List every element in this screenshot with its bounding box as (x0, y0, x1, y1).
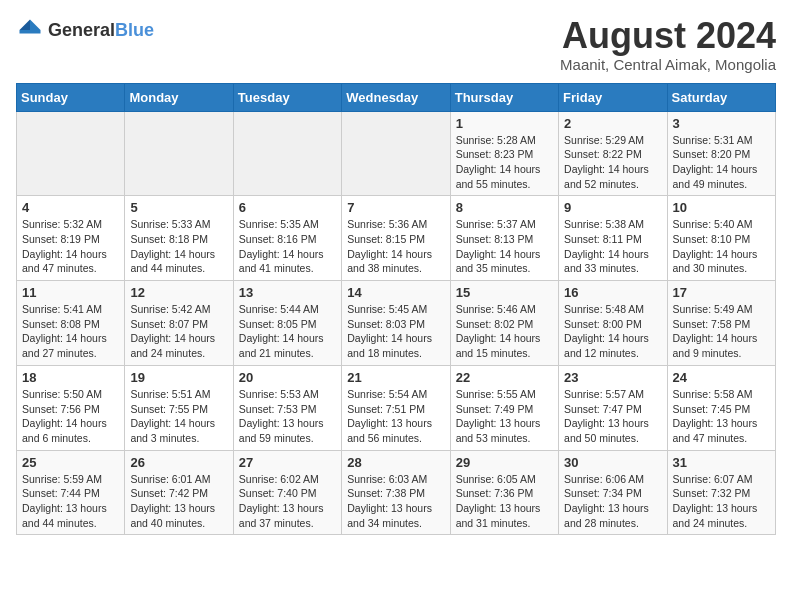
calendar-cell: 18Sunrise: 5:50 AM Sunset: 7:56 PM Dayli… (17, 365, 125, 450)
calendar-cell: 16Sunrise: 5:48 AM Sunset: 8:00 PM Dayli… (559, 281, 667, 366)
header-friday: Friday (559, 83, 667, 111)
calendar-cell (342, 111, 450, 196)
header-saturday: Saturday (667, 83, 775, 111)
day-number: 4 (22, 200, 119, 215)
svg-rect-2 (20, 30, 41, 34)
day-info: Sunrise: 6:01 AM Sunset: 7:42 PM Dayligh… (130, 472, 227, 531)
calendar-cell: 5Sunrise: 5:33 AM Sunset: 8:18 PM Daylig… (125, 196, 233, 281)
calendar-cell: 9Sunrise: 5:38 AM Sunset: 8:11 PM Daylig… (559, 196, 667, 281)
calendar-cell: 8Sunrise: 5:37 AM Sunset: 8:13 PM Daylig… (450, 196, 558, 281)
svg-marker-0 (30, 20, 41, 31)
day-info: Sunrise: 5:57 AM Sunset: 7:47 PM Dayligh… (564, 387, 661, 446)
calendar-cell: 6Sunrise: 5:35 AM Sunset: 8:16 PM Daylig… (233, 196, 341, 281)
calendar-cell: 7Sunrise: 5:36 AM Sunset: 8:15 PM Daylig… (342, 196, 450, 281)
day-number: 29 (456, 455, 553, 470)
calendar-header-row: Sunday Monday Tuesday Wednesday Thursday… (17, 83, 776, 111)
day-info: Sunrise: 6:02 AM Sunset: 7:40 PM Dayligh… (239, 472, 336, 531)
day-number: 2 (564, 116, 661, 131)
calendar-cell: 25Sunrise: 5:59 AM Sunset: 7:44 PM Dayli… (17, 450, 125, 535)
day-number: 3 (673, 116, 770, 131)
calendar-cell: 19Sunrise: 5:51 AM Sunset: 7:55 PM Dayli… (125, 365, 233, 450)
day-info: Sunrise: 5:44 AM Sunset: 8:05 PM Dayligh… (239, 302, 336, 361)
calendar: Sunday Monday Tuesday Wednesday Thursday… (16, 83, 776, 536)
day-number: 13 (239, 285, 336, 300)
day-number: 28 (347, 455, 444, 470)
day-number: 12 (130, 285, 227, 300)
header-monday: Monday (125, 83, 233, 111)
header-thursday: Thursday (450, 83, 558, 111)
day-info: Sunrise: 6:05 AM Sunset: 7:36 PM Dayligh… (456, 472, 553, 531)
day-info: Sunrise: 5:35 AM Sunset: 8:16 PM Dayligh… (239, 217, 336, 276)
day-info: Sunrise: 5:45 AM Sunset: 8:03 PM Dayligh… (347, 302, 444, 361)
day-number: 9 (564, 200, 661, 215)
day-info: Sunrise: 5:41 AM Sunset: 8:08 PM Dayligh… (22, 302, 119, 361)
calendar-cell: 22Sunrise: 5:55 AM Sunset: 7:49 PM Dayli… (450, 365, 558, 450)
calendar-cell (233, 111, 341, 196)
day-info: Sunrise: 5:40 AM Sunset: 8:10 PM Dayligh… (673, 217, 770, 276)
day-info: Sunrise: 5:54 AM Sunset: 7:51 PM Dayligh… (347, 387, 444, 446)
day-number: 24 (673, 370, 770, 385)
calendar-cell: 3Sunrise: 5:31 AM Sunset: 8:20 PM Daylig… (667, 111, 775, 196)
calendar-cell: 27Sunrise: 6:02 AM Sunset: 7:40 PM Dayli… (233, 450, 341, 535)
day-number: 21 (347, 370, 444, 385)
day-info: Sunrise: 5:46 AM Sunset: 8:02 PM Dayligh… (456, 302, 553, 361)
calendar-cell: 24Sunrise: 5:58 AM Sunset: 7:45 PM Dayli… (667, 365, 775, 450)
calendar-week-2: 4Sunrise: 5:32 AM Sunset: 8:19 PM Daylig… (17, 196, 776, 281)
day-number: 26 (130, 455, 227, 470)
calendar-cell: 1Sunrise: 5:28 AM Sunset: 8:23 PM Daylig… (450, 111, 558, 196)
day-info: Sunrise: 6:06 AM Sunset: 7:34 PM Dayligh… (564, 472, 661, 531)
day-info: Sunrise: 5:36 AM Sunset: 8:15 PM Dayligh… (347, 217, 444, 276)
logo-blue: Blue (115, 20, 154, 40)
calendar-week-1: 1Sunrise: 5:28 AM Sunset: 8:23 PM Daylig… (17, 111, 776, 196)
day-number: 20 (239, 370, 336, 385)
day-info: Sunrise: 6:03 AM Sunset: 7:38 PM Dayligh… (347, 472, 444, 531)
day-number: 5 (130, 200, 227, 215)
calendar-cell (125, 111, 233, 196)
calendar-cell: 21Sunrise: 5:54 AM Sunset: 7:51 PM Dayli… (342, 365, 450, 450)
day-number: 17 (673, 285, 770, 300)
calendar-cell: 2Sunrise: 5:29 AM Sunset: 8:22 PM Daylig… (559, 111, 667, 196)
month-year: August 2024 (560, 16, 776, 56)
calendar-week-3: 11Sunrise: 5:41 AM Sunset: 8:08 PM Dayli… (17, 281, 776, 366)
day-info: Sunrise: 5:49 AM Sunset: 7:58 PM Dayligh… (673, 302, 770, 361)
page-header: GeneralBlue August 2024 Maanit, Central … (16, 16, 776, 73)
logo-icon (16, 16, 44, 44)
day-info: Sunrise: 5:59 AM Sunset: 7:44 PM Dayligh… (22, 472, 119, 531)
day-number: 14 (347, 285, 444, 300)
calendar-cell: 12Sunrise: 5:42 AM Sunset: 8:07 PM Dayli… (125, 281, 233, 366)
day-number: 15 (456, 285, 553, 300)
day-info: Sunrise: 5:55 AM Sunset: 7:49 PM Dayligh… (456, 387, 553, 446)
calendar-cell: 4Sunrise: 5:32 AM Sunset: 8:19 PM Daylig… (17, 196, 125, 281)
header-wednesday: Wednesday (342, 83, 450, 111)
calendar-week-5: 25Sunrise: 5:59 AM Sunset: 7:44 PM Dayli… (17, 450, 776, 535)
calendar-cell: 30Sunrise: 6:06 AM Sunset: 7:34 PM Dayli… (559, 450, 667, 535)
logo: GeneralBlue (16, 16, 154, 44)
day-number: 10 (673, 200, 770, 215)
calendar-cell: 28Sunrise: 6:03 AM Sunset: 7:38 PM Dayli… (342, 450, 450, 535)
calendar-cell: 11Sunrise: 5:41 AM Sunset: 8:08 PM Dayli… (17, 281, 125, 366)
calendar-cell: 10Sunrise: 5:40 AM Sunset: 8:10 PM Dayli… (667, 196, 775, 281)
calendar-cell: 29Sunrise: 6:05 AM Sunset: 7:36 PM Dayli… (450, 450, 558, 535)
day-number: 11 (22, 285, 119, 300)
day-number: 7 (347, 200, 444, 215)
day-number: 6 (239, 200, 336, 215)
calendar-cell: 14Sunrise: 5:45 AM Sunset: 8:03 PM Dayli… (342, 281, 450, 366)
day-number: 16 (564, 285, 661, 300)
day-info: Sunrise: 5:53 AM Sunset: 7:53 PM Dayligh… (239, 387, 336, 446)
svg-marker-1 (20, 20, 31, 31)
location: Maanit, Central Aimak, Mongolia (560, 56, 776, 73)
header-sunday: Sunday (17, 83, 125, 111)
day-info: Sunrise: 5:32 AM Sunset: 8:19 PM Dayligh… (22, 217, 119, 276)
calendar-cell: 31Sunrise: 6:07 AM Sunset: 7:32 PM Dayli… (667, 450, 775, 535)
day-number: 1 (456, 116, 553, 131)
day-info: Sunrise: 5:33 AM Sunset: 8:18 PM Dayligh… (130, 217, 227, 276)
day-number: 27 (239, 455, 336, 470)
title-area: August 2024 Maanit, Central Aimak, Mongo… (560, 16, 776, 73)
day-number: 8 (456, 200, 553, 215)
day-info: Sunrise: 5:37 AM Sunset: 8:13 PM Dayligh… (456, 217, 553, 276)
calendar-cell: 17Sunrise: 5:49 AM Sunset: 7:58 PM Dayli… (667, 281, 775, 366)
day-info: Sunrise: 5:48 AM Sunset: 8:00 PM Dayligh… (564, 302, 661, 361)
day-info: Sunrise: 5:29 AM Sunset: 8:22 PM Dayligh… (564, 133, 661, 192)
header-tuesday: Tuesday (233, 83, 341, 111)
day-number: 23 (564, 370, 661, 385)
